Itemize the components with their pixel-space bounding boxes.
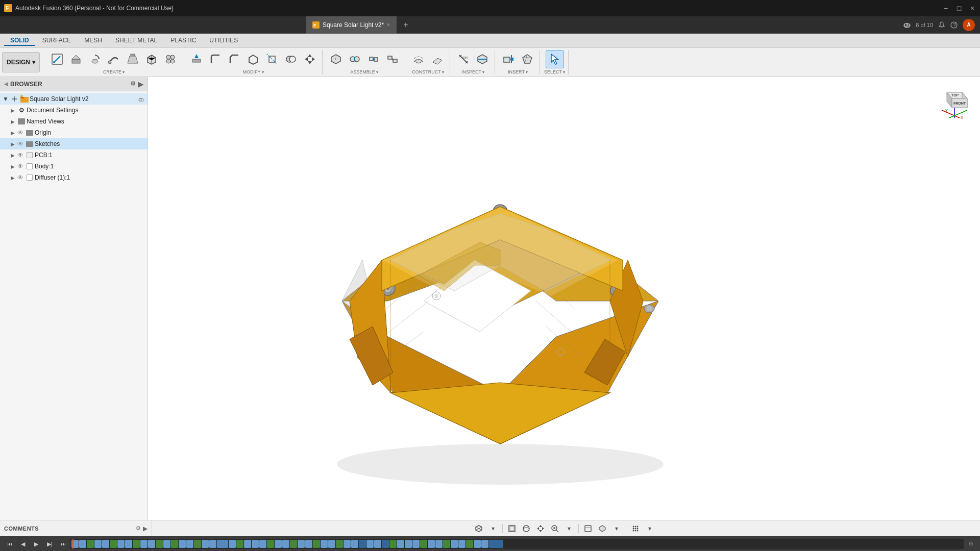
tl-item[interactable] (397, 540, 404, 548)
new-component-button[interactable]: + (327, 50, 345, 68)
origin-visibility-icon[interactable]: 👁 (16, 129, 24, 137)
tab-surface[interactable]: SURFACE (36, 36, 78, 46)
tl-item[interactable] (117, 540, 125, 548)
tl-item[interactable] (489, 540, 503, 548)
timeline-playhead[interactable] (72, 539, 74, 549)
snap-dropdown-button[interactable]: ▾ (644, 522, 656, 535)
browser-collapse-icon[interactable]: ◀ (4, 81, 8, 87)
tl-item[interactable] (133, 540, 140, 548)
construct-group-label[interactable]: CONSTRUCT▾ (412, 69, 444, 74)
tl-item[interactable] (87, 540, 94, 548)
shell-button[interactable] (244, 50, 262, 68)
tl-item[interactable] (209, 540, 216, 548)
diffuser1-visibility-icon[interactable]: 👁 (16, 173, 24, 182)
grid-position-button[interactable] (473, 522, 485, 535)
tl-item[interactable] (267, 540, 274, 548)
close-button[interactable]: × (969, 5, 976, 12)
tl-item[interactable] (171, 540, 178, 548)
tl-item[interactable] (79, 540, 86, 548)
zoom-button[interactable] (549, 522, 561, 535)
loft-button[interactable] (124, 50, 142, 68)
tl-item[interactable] (236, 540, 243, 548)
select-button[interactable] (546, 50, 564, 68)
inspect-group-label[interactable]: INSPECT▾ (461, 69, 484, 74)
timeline-play-button[interactable]: ▶ (31, 538, 42, 549)
tl-item[interactable] (125, 540, 132, 548)
viewport[interactable]: Z X Y TOP FRONT (148, 77, 980, 520)
sketches-visibility-icon[interactable]: 👁 (16, 140, 24, 148)
browser-expand-icon[interactable]: ▶ (138, 80, 143, 88)
tab-close-button[interactable]: × (387, 22, 390, 28)
tl-item[interactable] (94, 540, 102, 548)
tl-item[interactable] (313, 540, 320, 548)
tree-named-views[interactable]: ▶ Named Views (0, 116, 148, 127)
tree-root-item[interactable]: ▼ Square Solar Light v2 (0, 93, 148, 105)
tl-item[interactable] (202, 540, 209, 548)
tl-item[interactable] (244, 540, 251, 548)
restore-button[interactable]: □ (955, 5, 963, 12)
tl-item[interactable] (389, 540, 397, 548)
tab-solid[interactable]: SOLID (4, 36, 35, 46)
tl-item[interactable] (420, 540, 427, 548)
tl-item[interactable] (412, 540, 420, 548)
display-mode-button[interactable] (582, 522, 594, 535)
display-dropdown-button[interactable]: ▾ (610, 522, 623, 535)
tl-item[interactable] (443, 540, 450, 548)
timeline-settings-button[interactable]: ⚙ (966, 539, 976, 549)
orbit-button[interactable] (520, 522, 532, 535)
tab-mesh[interactable]: MESH (78, 36, 108, 46)
tl-item[interactable] (148, 540, 155, 548)
extrude-button[interactable] (67, 50, 85, 68)
timeline-track[interactable] (70, 539, 964, 549)
tl-item[interactable] (229, 540, 236, 548)
tl-item[interactable] (290, 540, 297, 548)
active-tab[interactable]: F Square Solar Light v2* × (306, 16, 397, 34)
tl-item[interactable] (321, 540, 328, 548)
tl-item[interactable] (366, 540, 374, 548)
user-avatar[interactable]: A (963, 19, 975, 31)
pcb1-visibility-icon[interactable]: 👁 (16, 151, 24, 159)
modify-group-label[interactable]: MODIFY▾ (243, 69, 264, 74)
assemble-group-label[interactable]: ASSEMBLE▾ (350, 69, 378, 74)
tab-plastic[interactable]: PLASTIC (164, 36, 202, 46)
grid-snap-button[interactable] (629, 522, 642, 535)
scale-button[interactable] (263, 50, 281, 68)
insert-svg-button[interactable] (499, 50, 518, 68)
timeline-next-button[interactable]: ▶| (44, 538, 55, 549)
tl-item[interactable] (336, 540, 343, 548)
move-button[interactable] (301, 50, 319, 68)
origin-arrow[interactable]: ▶ (9, 129, 16, 136)
body1-visibility-icon[interactable]: 👁 (16, 162, 24, 170)
insert-mesh-button[interactable] (518, 50, 536, 68)
notification-icon[interactable] (938, 21, 945, 29)
revolve-button[interactable] (86, 50, 104, 68)
section-analysis-button[interactable] (473, 50, 492, 68)
press-pull-button[interactable] (187, 50, 206, 68)
tl-item[interactable] (328, 540, 335, 548)
design-menu-button[interactable]: DESIGN ▾ (2, 52, 40, 72)
visual-style-button[interactable] (596, 522, 608, 535)
tl-item[interactable] (344, 540, 351, 548)
tree-origin[interactable]: ▶ 👁 Origin (0, 127, 148, 138)
tl-item[interactable] (282, 540, 289, 548)
named-views-arrow[interactable]: ▶ (9, 118, 16, 125)
offset-plane-button[interactable] (409, 50, 428, 68)
tree-pcb1[interactable]: ▶ 👁 PCB:1 (0, 149, 148, 161)
rigid-group-button[interactable] (383, 50, 402, 68)
tl-item[interactable] (102, 540, 109, 548)
tl-item[interactable] (481, 540, 488, 548)
tl-item[interactable] (466, 540, 473, 548)
measure-button[interactable]: mm (454, 50, 473, 68)
tl-item[interactable] (359, 540, 366, 548)
plane-at-angle-button[interactable] (428, 50, 447, 68)
sketches-arrow[interactable]: ▶ (9, 140, 16, 147)
comments-settings-icon[interactable]: ⚙ (136, 525, 141, 532)
insert-group-label[interactable]: INSERT▾ (508, 69, 528, 74)
tl-item[interactable] (275, 540, 282, 548)
combine-button[interactable] (282, 50, 300, 68)
tl-item[interactable] (179, 540, 186, 548)
tree-body1[interactable]: ▶ 👁 Body:1 (0, 161, 148, 172)
sweep-button[interactable] (105, 50, 123, 68)
tl-item[interactable] (163, 540, 170, 548)
tab-sheet-metal[interactable]: SHEET METAL (109, 36, 163, 46)
